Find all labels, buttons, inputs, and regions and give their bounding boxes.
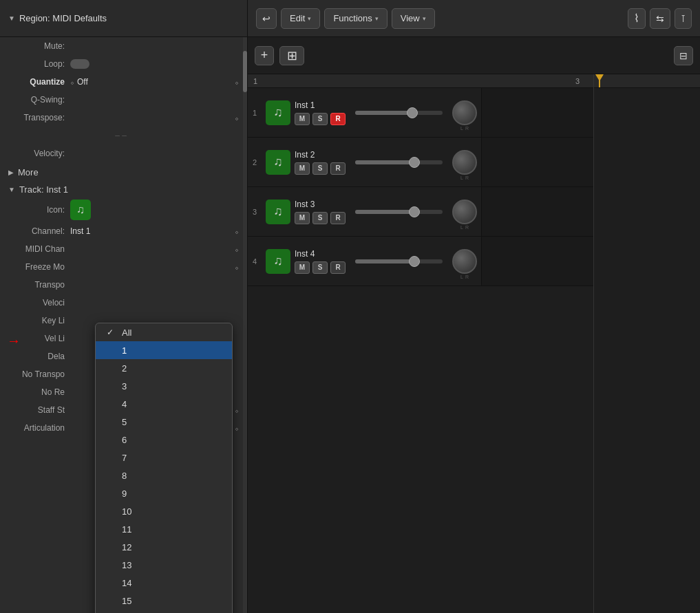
channel-stepper[interactable]: ⬦ — [235, 228, 239, 235]
articulation-stepper[interactable]: ⬦ — [235, 424, 239, 432]
fader-knob-4[interactable] — [409, 256, 420, 267]
dropdown-item-9[interactable]: 9 — [96, 484, 232, 502]
record-btn-4[interactable]: R — [330, 261, 346, 274]
dropdown-item-10[interactable]: 10 — [96, 502, 232, 520]
view-chevron: ▾ — [423, 15, 426, 22]
dropdown-item-6[interactable]: 6 — [96, 431, 232, 449]
track-fader-2[interactable] — [355, 160, 443, 164]
add-track-button[interactable]: + — [255, 46, 274, 65]
top-bar-left: ▼ Region: MIDI Defaults — [0, 0, 248, 36]
midi-chan-stepper[interactable]: ⬦ — [235, 246, 239, 253]
track-icon-btn[interactable]: ♫ — [70, 200, 91, 220]
track-name-3: Inst 3 — [295, 200, 346, 209]
solo-btn-1[interactable]: S — [312, 113, 328, 125]
top-bar: ▼ Region: MIDI Defaults ↩ Edit ▾ Functio… — [0, 0, 700, 37]
quantize-row: Quantize ⬦ Off ⬦ — [0, 73, 247, 91]
staffst-stepper[interactable]: ⬦ — [235, 407, 239, 414]
track-icon-4: ♫ — [266, 249, 290, 274]
fader-knob-3[interactable] — [409, 206, 420, 217]
filter-icon-btn[interactable]: ⊺ — [675, 8, 692, 29]
loop-row: Loop: — [0, 55, 247, 73]
dropdown-item-label: 5 — [122, 417, 127, 427]
volume-knob-1[interactable]: L R — [452, 100, 477, 125]
scroll-thumb[interactable] — [243, 51, 247, 92]
transpose-label: Transpose: — [8, 113, 70, 122]
mute-btn-1[interactable]: M — [295, 113, 310, 125]
track-row: 1 ♫ Inst 1 M S R — [248, 88, 593, 138]
loop-icon-btn[interactable]: ⇆ — [650, 8, 670, 29]
track-fader-4[interactable] — [355, 259, 443, 264]
dropdown-item-7[interactable]: 7 — [96, 449, 232, 466]
transpose-stepper[interactable]: ⬦ — [235, 114, 239, 122]
mute-label: Mute: — [8, 41, 70, 51]
track-fader-area-3 — [350, 210, 448, 214]
check-icon: ✓ — [107, 327, 116, 337]
edit-chevron: ▾ — [308, 15, 311, 22]
dropdown-item-15[interactable]: 15 — [96, 592, 232, 610]
track-fader-3[interactable] — [355, 210, 443, 214]
track-section-header[interactable]: ▼ Track: Inst 1 — [0, 182, 247, 197]
collapse-btn[interactable]: ⊟ — [674, 46, 693, 65]
transpose-row: Transpose: ⬦ — [0, 109, 247, 127]
dropdown-item-14[interactable]: 14 — [96, 574, 232, 592]
record-btn-1[interactable]: R — [330, 113, 346, 125]
fader-knob-1[interactable] — [407, 107, 418, 118]
mute-btn-2[interactable]: M — [295, 162, 310, 175]
volume-knob-2[interactable]: L R — [452, 150, 477, 175]
import-button[interactable]: ⊞ — [279, 46, 304, 65]
loop-label: Loop: — [8, 59, 70, 69]
midi-chan-dropdown[interactable]: ✓ All 1 2 3 4 5 — [95, 323, 233, 613]
volume-knob-4[interactable]: L R — [452, 249, 477, 274]
icon-row: Icon: ♫ — [0, 197, 247, 222]
mute-btn-3[interactable]: M — [295, 212, 310, 224]
fader-fill-2 — [355, 160, 414, 164]
playhead-line — [599, 74, 600, 87]
track-section-title: Track: Inst 1 — [19, 184, 68, 195]
track-icon-1: ♫ — [266, 100, 290, 125]
record-btn-3[interactable]: R — [330, 212, 346, 224]
mute-btn-4[interactable]: M — [295, 261, 310, 274]
scroll-track — [243, 37, 247, 613]
dropdown-item-all[interactable]: ✓ All — [96, 323, 232, 341]
more-row[interactable]: ▶ More — [0, 162, 247, 182]
volume-knob-3[interactable]: L R — [452, 200, 477, 224]
view-button[interactable]: View ▾ — [392, 8, 435, 29]
dropdown-item-2[interactable]: 2 — [96, 359, 232, 377]
keylimit-label: Key Li — [8, 316, 70, 325]
track-fader-1[interactable] — [355, 111, 443, 115]
edit-button[interactable]: Edit ▾ — [281, 8, 320, 29]
midi-chan-row[interactable]: MIDI Chan ⬦ — [0, 240, 247, 258]
dropdown-item-12[interactable]: 12 — [96, 538, 232, 556]
dropdown-item-11[interactable]: 11 — [96, 520, 232, 538]
track-btns-4: M S R — [295, 261, 346, 274]
dropdown-item-3[interactable]: 3 — [96, 377, 232, 395]
dropdown-item-4[interactable]: 4 — [96, 395, 232, 413]
quantize-arrows[interactable]: ⬦ — [235, 78, 239, 86]
dropdown-item-8[interactable]: 8 — [96, 466, 232, 484]
dropdown-item-13[interactable]: 13 — [96, 556, 232, 574]
node-icon-btn[interactable]: ⌇ — [628, 8, 646, 29]
knob-lr-4: L R — [460, 275, 469, 279]
solo-btn-4[interactable]: S — [312, 261, 328, 274]
timeline-header: 1 3 — [248, 74, 593, 88]
back-button[interactable]: ↩ — [256, 8, 277, 29]
icon-label: Icon: — [8, 205, 70, 215]
solo-btn-3[interactable]: S — [312, 212, 328, 224]
velocity-row: Velocity: — [0, 144, 247, 162]
fader-knob-2[interactable] — [409, 157, 420, 168]
qswing-label: Q-Swing: — [8, 95, 70, 105]
solo-btn-2[interactable]: S — [312, 162, 328, 175]
fader-fill-4 — [355, 259, 414, 264]
dropdown-item-label: 1 — [122, 345, 127, 356]
functions-button[interactable]: Functions ▾ — [324, 8, 387, 29]
dropdown-item-label: 12 — [122, 542, 131, 552]
freeze-stepper[interactable]: ⬦ — [235, 264, 239, 271]
loop-toggle[interactable] — [70, 59, 89, 69]
notranspose-label: No Transpo — [8, 369, 70, 379]
quantize-stepper[interactable]: ⬦ — [70, 78, 74, 86]
dropdown-item-5[interactable]: 5 — [96, 413, 232, 431]
record-btn-2[interactable]: R — [330, 162, 346, 175]
track-btns-1: M S R — [295, 113, 346, 125]
dropdown-item-16[interactable]: 16 — [96, 610, 232, 613]
dropdown-item-1[interactable]: 1 — [96, 341, 232, 359]
